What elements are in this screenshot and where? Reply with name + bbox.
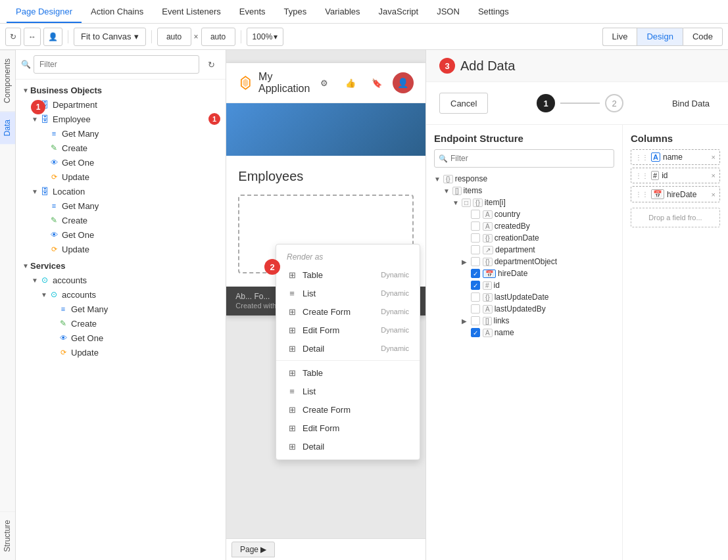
tab-variables[interactable]: Variables: [316, 1, 369, 23]
ep-lastupdatedate[interactable]: {} lastUpdateDate: [434, 291, 614, 303]
filter-input[interactable]: [34, 55, 199, 74]
accounts-service-item[interactable]: ▼ ⊙ accounts: [25, 273, 226, 287]
ep-deptobj-checkbox[interactable]: [471, 257, 480, 266]
employee-update[interactable]: ▶ ⟳ Update: [34, 170, 226, 184]
ep-createdby-checkbox[interactable]: [471, 222, 480, 231]
zoom-button[interactable]: 100% ▾: [247, 28, 284, 46]
height-input[interactable]: [201, 28, 235, 46]
ep-name[interactable]: ✓ A name: [434, 327, 614, 338]
ep-creationdate-checkbox[interactable]: [471, 233, 480, 243]
arrow-left-right-button[interactable]: ↔: [24, 28, 41, 46]
employee-get-one[interactable]: ▶ 👁 Get One: [34, 155, 226, 170]
ctx-edit-form-static-icon: ⊞: [287, 423, 297, 433]
location-get-one[interactable]: 👁 Get One: [34, 227, 226, 242]
refresh-icon-button[interactable]: ↻: [202, 55, 220, 74]
ep-lub-checkbox[interactable]: [471, 304, 480, 314]
location-create[interactable]: ✎ Create: [34, 213, 226, 227]
endpoint-title: Endpoint Structure: [434, 133, 614, 144]
tab-types[interactable]: Types: [275, 1, 316, 23]
ep-dept-checkbox[interactable]: [471, 245, 480, 254]
page-tab[interactable]: Page ▶: [231, 542, 275, 557]
services-header[interactable]: ▼ Services: [16, 259, 226, 273]
ep-departmentobject[interactable]: ▶ {} departmentObject: [434, 256, 614, 268]
employee-item[interactable]: ▼ 🗄 Employee: [25, 112, 226, 126]
ctx-list-dynamic-icon: ≡: [287, 288, 297, 298]
ep-items-arrow: ▼: [443, 187, 452, 195]
ep-lastupdatedby[interactable]: A lastUpdatedBy: [434, 303, 614, 315]
ep-hiredate[interactable]: ✓ 📅 hireDate: [434, 268, 614, 279]
add-data-header: 3 Add Data: [426, 50, 728, 82]
app-logo-icon: [238, 74, 253, 92]
ep-response[interactable]: ▼ {} response: [434, 173, 614, 185]
location-update[interactable]: ⟳ Update: [34, 242, 226, 256]
width-input[interactable]: [157, 28, 191, 46]
data-tab[interactable]: Data: [0, 111, 15, 144]
tab-event-listeners[interactable]: Event Listeners: [153, 1, 230, 23]
tab-action-chains[interactable]: Action Chains: [82, 1, 153, 23]
ctx-edit-form-dynamic[interactable]: ⊞ Edit Form Dynamic: [276, 321, 420, 339]
accsub-get-many[interactable]: ≡ Get Many: [43, 302, 226, 316]
ep-links-checkbox[interactable]: [471, 316, 480, 325]
ep-creationdate[interactable]: {} creationDate: [434, 232, 614, 244]
ep-lud-checkbox[interactable]: [471, 292, 480, 302]
ep-items[interactable]: ▼ [] items: [434, 185, 614, 197]
ep-name-checkbox[interactable]: ✓: [471, 328, 480, 337]
col-id-remove-button[interactable]: ×: [712, 172, 716, 179]
tab-settings[interactable]: Settings: [469, 1, 518, 23]
user-avatar[interactable]: 👤: [393, 72, 414, 93]
col-name-type-icon: A: [651, 152, 660, 162]
ctx-table-dynamic[interactable]: ⊞ Table Dynamic: [276, 266, 420, 284]
location-item[interactable]: ▼ 🗄 Location: [25, 184, 226, 198]
ep-country-checkbox[interactable]: [471, 210, 480, 219]
tab-javascript[interactable]: JavaScript: [370, 1, 428, 23]
col-drop-zone[interactable]: Drop a field fro...: [631, 208, 720, 227]
col-name-remove-button[interactable]: ×: [712, 153, 716, 161]
ctx-list-static[interactable]: ≡ List: [276, 382, 420, 400]
live-button[interactable]: Live: [602, 28, 637, 46]
about-label: Ab...: [235, 292, 252, 301]
tab-json[interactable]: JSON: [427, 1, 469, 23]
ctx-create-form-dynamic[interactable]: ⊞ Create Form Dynamic: [276, 302, 420, 321]
ep-lud-label: lastUpdateDate: [495, 292, 549, 302]
tab-page-designer[interactable]: Page Designer: [7, 1, 82, 23]
ctx-edit-form-static[interactable]: ⊞ Edit Form: [276, 419, 420, 437]
ctx-create-form-static[interactable]: ⊞ Create Form: [276, 400, 420, 419]
svc-arrow: ▼: [21, 262, 30, 271]
tab-events[interactable]: Events: [230, 1, 275, 23]
location-get-many[interactable]: ≡ Get Many: [34, 198, 226, 213]
accsub-get-one[interactable]: 👁 Get One: [43, 331, 226, 345]
settings-icon[interactable]: ⚙: [314, 72, 335, 93]
ep-item-i[interactable]: ▼ □ {} item[i]: [434, 197, 614, 208]
fit-to-canvas-button[interactable]: Fit to Canvas ▾: [74, 28, 146, 46]
col-hiredate-remove-button[interactable]: ×: [712, 191, 716, 198]
ctx-detail-static[interactable]: ⊞ Detail: [276, 437, 420, 455]
accsub-update[interactable]: ⟳ Update: [43, 345, 226, 360]
endpoint-filter-input[interactable]: [450, 154, 610, 163]
ctx-list-dynamic[interactable]: ≡ List Dynamic: [276, 284, 420, 302]
department-item[interactable]: ▶ 🗄 Department: [25, 97, 226, 112]
business-objects-header[interactable]: ▼ Business Objects: [16, 83, 226, 97]
ep-hiredate-checkbox[interactable]: ✓: [471, 269, 480, 278]
employee-create[interactable]: ▶ ✎ Create: [34, 141, 226, 155]
person-button[interactable]: 👤: [43, 28, 62, 46]
accsub-create[interactable]: ✎ Create: [43, 316, 226, 331]
ep-createdby[interactable]: A createdBy: [434, 220, 614, 232]
ep-country[interactable]: A country: [434, 208, 614, 220]
employee-get-many[interactable]: ▶ ≡ Get Many: [34, 126, 226, 141]
design-button[interactable]: Design: [637, 28, 682, 46]
ctx-table-static[interactable]: ⊞ Table: [276, 363, 420, 382]
ep-department[interactable]: ↗ department: [434, 244, 614, 256]
bookmark-icon[interactable]: 🔖: [366, 72, 387, 93]
refresh-button[interactable]: ↻: [5, 28, 21, 46]
ep-links[interactable]: ▶ [] links: [434, 315, 614, 327]
cancel-button[interactable]: Cancel: [439, 93, 488, 114]
accsub-up-icon: ⟳: [58, 347, 68, 358]
thumbs-up-icon[interactable]: 👍: [340, 72, 361, 93]
code-button[interactable]: Code: [683, 28, 723, 46]
ep-id[interactable]: ✓ # id: [434, 279, 614, 291]
ep-id-checkbox[interactable]: ✓: [471, 281, 480, 290]
ctx-detail-dynamic[interactable]: ⊞ Detail Dynamic: [276, 339, 420, 358]
accounts-sub-item[interactable]: ▼ ⊙ accounts: [34, 287, 226, 302]
components-tab[interactable]: Components: [0, 50, 15, 111]
structure-tab[interactable]: Structure: [0, 511, 15, 560]
